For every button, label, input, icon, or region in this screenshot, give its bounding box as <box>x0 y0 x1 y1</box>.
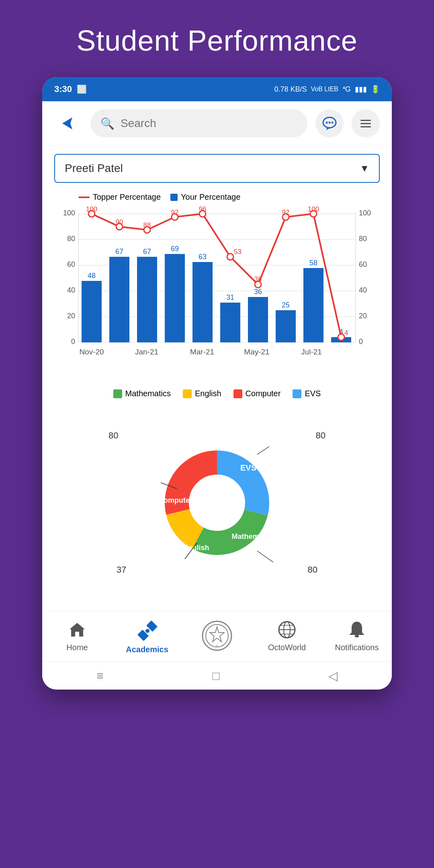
donut-center <box>190 475 244 530</box>
nav-octoworld[interactable]: OctoWorld <box>263 620 311 654</box>
svg-text:80: 80 <box>67 235 75 243</box>
svg-rect-6 <box>360 126 371 127</box>
nav-academics-label: Academics <box>126 645 168 654</box>
legend-computer-label: Computer <box>246 389 281 398</box>
svg-text:38: 38 <box>254 275 262 283</box>
bar-chart-container: Topper Percentage Your Percentage <box>54 192 380 398</box>
donut-eng-label: English <box>183 544 209 552</box>
chart-wrapper: 100 80 60 40 20 0 100 80 60 40 20 0 <box>54 206 380 383</box>
svg-text:May-21: May-21 <box>244 348 269 356</box>
status-bar: 3:30 ⬜ 0.78 KB/S VoB LtEB ⁴G ▮▮▮ 🔋 <box>42 77 392 101</box>
donut-label-math-value: 80 <box>308 565 317 575</box>
legend-english-label: English <box>195 389 221 398</box>
legend-math-label: Mathematics <box>125 389 171 398</box>
svg-rect-4 <box>360 120 371 121</box>
bar-jul21a <box>276 310 296 342</box>
line-evs <box>257 446 269 454</box>
network-type: ⁴G <box>342 85 351 94</box>
legend-topper-label: Topper Percentage <box>93 192 161 202</box>
legend-yours: Your Percentage <box>170 192 240 202</box>
top-nav: 🔍 <box>42 101 392 146</box>
svg-text:100: 100 <box>359 209 371 217</box>
status-time: 3:30 <box>54 84 72 94</box>
android-menu-button[interactable]: ≡ <box>96 669 104 683</box>
battery-icon: 🔋 <box>371 85 380 94</box>
screen-icon: ⬜ <box>77 84 87 94</box>
android-nav: ≡ □ ◁ <box>42 661 392 690</box>
menu-button[interactable] <box>352 109 380 137</box>
donut-label-evs-value: 80 <box>316 430 326 441</box>
svg-text:60: 60 <box>67 260 75 268</box>
svg-text:40: 40 <box>359 286 367 294</box>
svg-text:69: 69 <box>171 245 179 253</box>
nav-octoworld-label: OctoWorld <box>268 643 306 652</box>
search-icon: 🔍 <box>100 117 115 130</box>
svg-text:100: 100 <box>86 206 97 213</box>
bar-mar21b <box>192 262 213 342</box>
svg-text:0: 0 <box>359 338 363 346</box>
svg-point-3 <box>332 122 334 124</box>
line-point-6 <box>227 254 233 260</box>
svg-text:Jan-21: Jan-21 <box>135 348 158 356</box>
svg-text:92: 92 <box>282 209 290 216</box>
back-button[interactable] <box>54 109 82 137</box>
legend-yours-label: Your Percentage <box>181 192 240 202</box>
legend-evs: EVS <box>293 389 321 398</box>
nav-home-label: Home <box>66 643 88 652</box>
donut-label-comp-value: 80 <box>108 430 118 441</box>
donut-math-label: Mathemati… <box>231 532 274 540</box>
svg-text:+: + <box>216 643 218 648</box>
svg-text:63: 63 <box>199 253 207 261</box>
svg-text:90: 90 <box>116 218 123 226</box>
svg-rect-5 <box>360 123 371 124</box>
svg-text:Jul-21: Jul-21 <box>301 348 322 356</box>
nav-home[interactable]: Home <box>53 620 101 654</box>
svg-text:Mar-21: Mar-21 <box>190 348 214 356</box>
svg-text:100: 100 <box>308 206 319 213</box>
page-title: Student Performance <box>76 0 357 77</box>
svg-text:53: 53 <box>234 248 242 256</box>
network-icons: VoB LtEB <box>311 86 338 93</box>
search-input[interactable] <box>121 117 297 130</box>
search-bar[interactable]: 🔍 <box>90 109 307 137</box>
svg-point-1 <box>326 122 328 124</box>
student-dropdown[interactable]: Preeti Patel ▼ <box>54 154 380 183</box>
svg-text:25: 25 <box>282 301 290 309</box>
svg-text:88: 88 <box>143 221 151 229</box>
signal-icon: ▮▮▮ <box>355 85 367 94</box>
android-back-button[interactable]: ◁ <box>328 669 338 683</box>
legend-evs-label: EVS <box>305 389 321 398</box>
svg-rect-63 <box>355 635 359 637</box>
nav-academics[interactable]: Academics <box>123 620 171 654</box>
line-point-10 <box>338 334 344 340</box>
bar-nov20 <box>82 281 102 342</box>
legend-computer: Computer <box>233 389 281 398</box>
chat-button[interactable] <box>315 109 344 137</box>
svg-text:92: 92 <box>171 209 179 216</box>
svg-text:40: 40 <box>67 286 75 294</box>
android-home-button[interactable]: □ <box>212 669 219 683</box>
bottom-nav: Home Academics + <box>42 611 392 661</box>
chart-legend: Topper Percentage Your Percentage <box>78 192 380 202</box>
donut-svg: EVS Mathemati… English Compute… <box>145 430 289 575</box>
bar-may21b <box>248 297 268 342</box>
nav-center-badge[interactable]: + <box>193 620 241 654</box>
donut-label-eng-value: 37 <box>117 565 126 575</box>
svg-text:96: 96 <box>199 206 207 213</box>
phone-frame: 3:30 ⬜ 0.78 KB/S VoB LtEB ⁴G ▮▮▮ 🔋 🔍 <box>42 77 392 690</box>
student-name: Preeti Patel <box>65 162 123 175</box>
svg-text:60: 60 <box>359 260 367 268</box>
network-speed: 0.78 KB/S <box>274 85 307 94</box>
svg-text:Nov-20: Nov-20 <box>79 348 104 356</box>
svg-point-2 <box>329 122 331 124</box>
nav-notifications-label: Notifications <box>335 643 379 652</box>
subject-legend: Mathematics English Computer EVS <box>54 389 380 398</box>
svg-text:0: 0 <box>71 338 75 346</box>
svg-text:48: 48 <box>88 272 96 280</box>
line-math <box>257 551 273 562</box>
bar-jan21b <box>137 257 157 342</box>
svg-text:67: 67 <box>115 248 123 256</box>
svg-text:36: 36 <box>254 288 262 296</box>
svg-text:4: 4 <box>344 329 348 337</box>
nav-notifications[interactable]: Notifications <box>333 620 381 654</box>
